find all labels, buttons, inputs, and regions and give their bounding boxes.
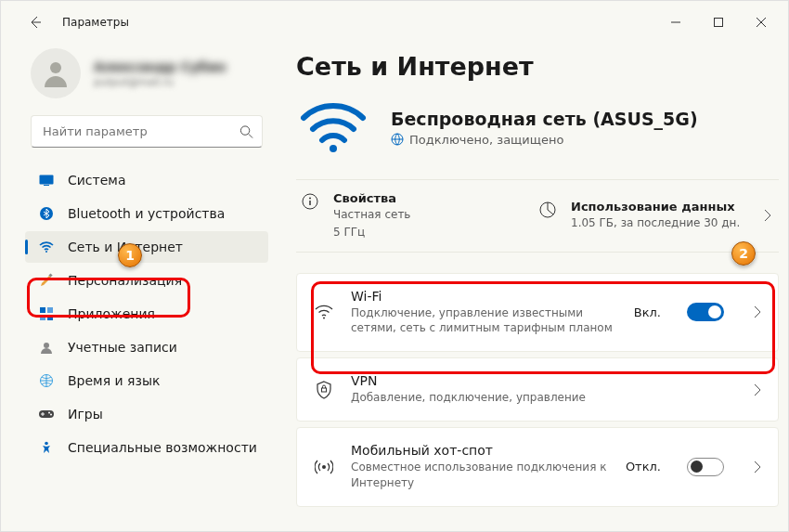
hotspot-icon xyxy=(314,459,334,475)
sidebar-item-label: Игры xyxy=(68,407,103,422)
svg-rect-9 xyxy=(47,307,53,313)
svg-point-21 xyxy=(309,198,311,200)
svg-point-6 xyxy=(45,251,47,253)
info-icon xyxy=(300,193,320,210)
system-icon xyxy=(38,172,55,188)
sidebar-item-apps[interactable]: Приложения xyxy=(25,298,268,330)
shield-icon xyxy=(314,381,334,399)
sidebar-item-gaming[interactable]: Игры xyxy=(25,398,268,430)
svg-point-17 xyxy=(45,442,48,446)
svg-rect-0 xyxy=(715,18,723,26)
sidebar-item-label: Приложения xyxy=(68,306,155,321)
titlebar: Параметры xyxy=(1,1,788,43)
properties-cell[interactable]: Свойства Частная сеть 5 ГГц xyxy=(300,191,537,240)
usage-sub: 1.05 ГБ, за последние 30 дн. xyxy=(571,215,740,231)
svg-rect-24 xyxy=(322,388,327,392)
svg-rect-8 xyxy=(40,307,45,313)
svg-point-15 xyxy=(48,412,50,414)
avatar xyxy=(31,48,81,98)
sidebar-item-time[interactable]: Время и язык xyxy=(25,365,268,396)
pie-icon xyxy=(537,201,558,218)
svg-point-12 xyxy=(44,343,49,348)
page-title: Сеть и Интернет xyxy=(296,52,779,81)
sidebar-item-accessibility[interactable]: Специальные возможности xyxy=(25,432,268,463)
profile-email: putput@mail.ru xyxy=(94,76,226,88)
sidebar-item-accounts[interactable]: Учетные записи xyxy=(25,331,268,363)
properties-title: Свойства xyxy=(333,191,410,205)
card-sub: Подключение, управление известными сетям… xyxy=(351,305,617,337)
svg-rect-11 xyxy=(47,315,53,320)
sidebar-item-network[interactable]: Сеть и Интернет xyxy=(25,231,268,263)
sidebar-item-bluetooth[interactable]: Bluetooth и устройства xyxy=(25,198,268,229)
sidebar-item-label: Сеть и Интернет xyxy=(68,240,183,254)
svg-rect-10 xyxy=(40,315,45,320)
minimize-button[interactable] xyxy=(654,7,697,37)
svg-point-2 xyxy=(240,125,249,134)
sidebar-item-label: Время и язык xyxy=(68,373,160,388)
svg-point-18 xyxy=(330,145,337,152)
apps-icon xyxy=(38,305,55,322)
account-icon xyxy=(38,339,55,356)
chevron-right-icon xyxy=(764,209,771,222)
hero-title: Беспроводная сеть (ASUS_5G) xyxy=(391,109,698,129)
card-title: Wi-Fi xyxy=(351,289,617,304)
sidebar-item-system[interactable]: Система xyxy=(25,164,268,196)
hero-status: Подключено, защищено xyxy=(391,133,698,147)
svg-point-25 xyxy=(322,465,326,469)
usage-title: Использование данных xyxy=(571,200,740,214)
accessibility-icon xyxy=(38,439,55,456)
card-wifi[interactable]: Wi-Fi Подключение, управление известными… xyxy=(296,273,779,353)
sidebar-item-label: Специальные возможности xyxy=(68,440,257,455)
main: Сеть и Интернет Беспроводная сеть (ASUS_… xyxy=(279,43,788,531)
svg-rect-4 xyxy=(44,185,49,186)
svg-point-1 xyxy=(50,62,61,73)
wifi-icon xyxy=(314,305,334,319)
nav: Система Bluetooth и устройства Сеть и Ин… xyxy=(25,164,268,463)
sidebar-item-label: Персонализация xyxy=(68,273,182,288)
properties-sub2: 5 ГГц xyxy=(333,225,410,240)
search-box[interactable] xyxy=(31,115,263,148)
card-vpn[interactable]: VPN Добавление, подключение, управление xyxy=(296,357,779,422)
bluetooth-icon xyxy=(38,205,55,222)
toggle-hotspot[interactable] xyxy=(687,458,724,476)
card-hotspot[interactable]: Мобильный хот-спот Совместное использова… xyxy=(296,427,779,507)
back-button[interactable] xyxy=(21,8,49,36)
globe-icon xyxy=(391,133,404,146)
wifi-icon xyxy=(38,239,55,255)
properties-sub1: Частная сеть xyxy=(333,207,410,223)
toggle-wifi[interactable] xyxy=(687,303,724,321)
card-title: VPN xyxy=(351,373,724,388)
gaming-icon xyxy=(38,406,55,422)
profile[interactable]: Александр Субин putput@mail.ru xyxy=(25,43,268,115)
close-button[interactable] xyxy=(740,7,783,37)
sidebar-item-label: Bluetooth и устройства xyxy=(68,206,225,221)
toggle-state: Вкл. xyxy=(634,305,661,319)
profile-name: Александр Субин xyxy=(94,59,226,74)
card-sub: Совместное использование подключения к И… xyxy=(351,460,609,491)
maximize-button[interactable] xyxy=(697,7,740,37)
svg-rect-3 xyxy=(40,175,54,185)
toggle-state: Откл. xyxy=(626,460,661,474)
chevron-right-icon xyxy=(754,383,761,396)
svg-point-23 xyxy=(323,318,325,319)
chevron-right-icon xyxy=(754,461,761,474)
sidebar-item-label: Система xyxy=(68,173,125,188)
sidebar-item-label: Учетные записи xyxy=(68,340,177,355)
card-title: Мобильный хот-спот xyxy=(351,443,609,458)
usage-cell[interactable]: Использование данных 1.05 ГБ, за последн… xyxy=(537,200,775,231)
chevron-right-icon xyxy=(754,305,761,318)
search-input[interactable] xyxy=(31,115,263,148)
window-title: Параметры xyxy=(62,16,129,29)
card-sub: Добавление, подключение, управление xyxy=(351,390,724,406)
sidebar-item-personalization[interactable]: Персонализация xyxy=(25,265,268,296)
sidebar: Александр Субин putput@mail.ru Система B… xyxy=(1,43,279,531)
brush-icon xyxy=(38,272,55,289)
search-icon xyxy=(239,124,253,138)
svg-point-16 xyxy=(50,414,52,416)
info-row[interactable]: Свойства Частная сеть 5 ГГц Использовани… xyxy=(296,179,779,253)
network-hero: Беспроводная сеть (ASUS_5G) Подключено, … xyxy=(296,101,779,153)
globe-icon xyxy=(38,372,55,389)
wifi-icon xyxy=(300,101,367,153)
